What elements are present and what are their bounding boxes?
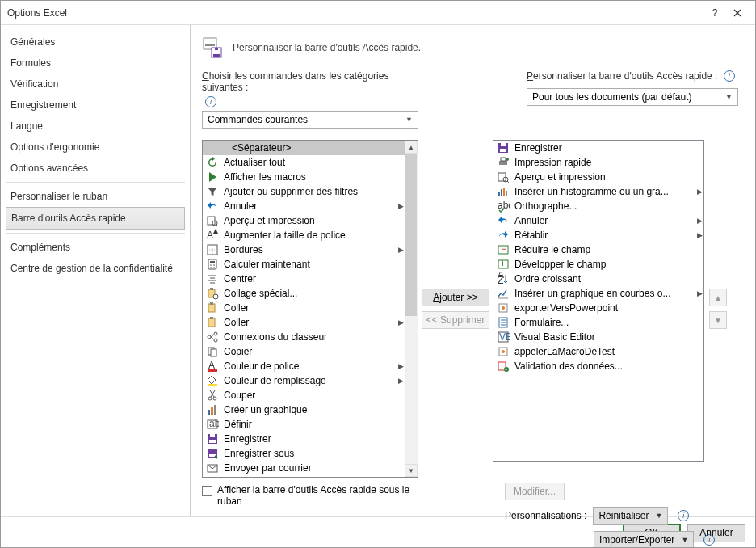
list-item[interactable]: exporterVersPowerpoint xyxy=(494,301,704,315)
sidebar-item[interactable]: Enregistrement xyxy=(6,95,185,116)
list-item-label: Développer le champ xyxy=(514,259,691,270)
customizations-label: Personnalisations : xyxy=(505,510,586,521)
svg-rect-46 xyxy=(501,143,506,146)
scroll-down-button[interactable]: ▼ xyxy=(405,464,418,477)
list-item[interactable]: Bordures▶ xyxy=(203,242,405,257)
sidebar-item[interactable]: Langue xyxy=(6,116,185,137)
list-item[interactable]: Coller xyxy=(203,301,405,315)
list-item[interactable]: AZOrdre croissant xyxy=(494,272,704,286)
macro-icon xyxy=(497,345,510,358)
list-item[interactable]: Enregistrer xyxy=(203,432,405,446)
sidebar-separator xyxy=(6,233,185,234)
list-item[interactable]: Actualiser tout xyxy=(203,155,405,170)
svg-rect-42 xyxy=(209,454,216,457)
list-item[interactable]: Annuler▶ xyxy=(203,199,405,213)
import-export-dropdown[interactable]: Importer/Exporter ▼ xyxy=(594,531,694,548)
info-icon[interactable]: i xyxy=(704,534,715,546)
list-item[interactable]: A▴Augmenter la taille de police xyxy=(203,228,405,242)
scrollbar[interactable]: ▲ ▼ xyxy=(405,141,418,477)
list-item[interactable]: Insérer un histogramme ou un gra...▶ xyxy=(494,184,704,199)
svg-rect-35 xyxy=(214,405,216,415)
category-combo-value: Commandes courantes xyxy=(208,114,308,125)
list-item-label: Connexions du classeur xyxy=(224,331,392,343)
list-item[interactable]: Insérer un graphique en courbes o...▶ xyxy=(494,286,704,301)
vbe-icon: VB xyxy=(497,331,510,344)
scroll-up-button[interactable]: ▲ xyxy=(405,141,418,154)
sidebar-item[interactable]: Options avancées xyxy=(6,158,185,179)
list-item-label: exporterVersPowerpoint xyxy=(514,302,691,314)
list-item[interactable]: Validation des données... xyxy=(494,359,704,373)
svg-rect-22 xyxy=(210,317,213,319)
svg-text:A: A xyxy=(207,230,213,241)
list-item[interactable]: appelerLaMacroDeTest xyxy=(494,344,704,359)
list-item[interactable]: Enregistrer xyxy=(494,141,704,155)
list-item[interactable]: Rétablir▶ xyxy=(494,228,704,242)
info-icon[interactable]: i xyxy=(678,510,689,521)
list-item[interactable]: abcOrthographe... xyxy=(494,199,704,213)
list-item[interactable]: Impression rapide xyxy=(494,155,704,170)
svg-point-49 xyxy=(506,158,509,161)
list-item-label: Définir xyxy=(224,419,392,430)
list-item[interactable]: VBVisual Basic Editor xyxy=(494,330,704,344)
reset-dropdown[interactable]: Réinitialiser ▼ xyxy=(593,507,668,525)
current-qat-list[interactable]: EnregistrerImpression rapideAperçu et im… xyxy=(493,140,704,462)
list-item[interactable]: Calculer maintenant xyxy=(203,257,405,272)
list-item[interactable]: Coller▶ xyxy=(203,315,405,330)
list-item-label: Calculer maintenant xyxy=(224,259,392,270)
list-item[interactable]: +Développer le champ xyxy=(494,257,704,272)
list-item[interactable]: Ajouter ou supprimer des filtres xyxy=(203,184,405,199)
list-item[interactable]: Aperçu et impression xyxy=(203,213,405,228)
list-item-label: Coller xyxy=(224,317,392,328)
list-item[interactable]: abDéfinir xyxy=(203,417,405,432)
list-item[interactable]: Aperçu et impression xyxy=(494,170,704,184)
svg-rect-52 xyxy=(498,192,500,196)
category-combo[interactable]: Commandes courantes ▼ xyxy=(202,111,418,129)
list-item-label: Couper xyxy=(224,390,392,401)
svg-rect-48 xyxy=(501,158,506,161)
linechart-icon xyxy=(497,287,510,300)
sidebar-item[interactable]: Barre d'outils Accès rapide xyxy=(6,207,185,230)
info-icon[interactable]: i xyxy=(724,70,735,82)
sortasc-icon: AZ xyxy=(497,272,510,285)
list-item[interactable]: Envoyer par courrier xyxy=(203,461,405,475)
list-item[interactable]: Couleur de remplissage▶ xyxy=(203,373,405,388)
connections-icon xyxy=(206,331,219,344)
caret-down-icon: ▼ xyxy=(681,536,688,544)
sidebar-item[interactable]: Formules xyxy=(6,53,185,74)
svg-text:VB: VB xyxy=(499,331,510,343)
list-item-label: Insérer un histogramme ou un gra... xyxy=(514,186,691,197)
scroll-thumb[interactable] xyxy=(405,154,417,316)
svg-point-13 xyxy=(213,264,215,266)
list-item[interactable]: Centrer xyxy=(203,272,405,286)
sidebar-item[interactable]: Personnaliser le ruban xyxy=(6,186,185,207)
sidebar-item[interactable]: Compléments xyxy=(6,237,185,258)
list-item-label: Ordre croissant xyxy=(514,273,691,285)
document-scope-combo[interactable]: Pour tous les documents (par défaut) ▼ xyxy=(527,88,738,106)
list-item[interactable]: Annuler▶ xyxy=(494,213,704,228)
close-button[interactable] xyxy=(726,5,749,21)
list-item[interactable]: Copier xyxy=(203,344,405,359)
list-item[interactable]: ACouleur de police▶ xyxy=(203,359,405,373)
help-button[interactable]: ? xyxy=(704,5,726,21)
sidebar-item[interactable]: Options d'ergonomie xyxy=(6,137,185,158)
list-item[interactable]: Connexions du classeur xyxy=(203,330,405,344)
list-item[interactable]: Formulaire... xyxy=(494,315,704,330)
sidebar-item[interactable]: Générales xyxy=(6,32,185,53)
sidebar-item[interactable]: Vérification xyxy=(6,74,185,95)
svg-rect-29 xyxy=(208,369,217,372)
fontplus-icon: A▴ xyxy=(206,229,219,242)
list-item[interactable]: Afficher les macros xyxy=(203,170,405,184)
show-below-ribbon-checkbox[interactable] xyxy=(202,486,212,496)
add-button[interactable]: Ajouter >> xyxy=(422,289,489,306)
list-item[interactable]: Collage spécial... xyxy=(203,286,405,301)
svg-rect-3 xyxy=(213,54,220,57)
info-icon[interactable]: i xyxy=(205,96,216,107)
list-item[interactable]: <Séparateur> xyxy=(203,141,405,155)
available-commands-list[interactable]: <Séparateur>Actualiser toutAfficher les … xyxy=(202,140,418,478)
list-item[interactable]: Couper xyxy=(203,388,405,403)
list-item[interactable]: Enregistrer sous xyxy=(203,446,405,461)
sidebar-item[interactable]: Centre de gestion de la confidentialité xyxy=(6,258,185,279)
list-item[interactable]: −Réduire le champ xyxy=(494,242,704,257)
list-item[interactable]: Créer un graphique xyxy=(203,403,405,417)
svg-text:−: − xyxy=(501,243,506,255)
